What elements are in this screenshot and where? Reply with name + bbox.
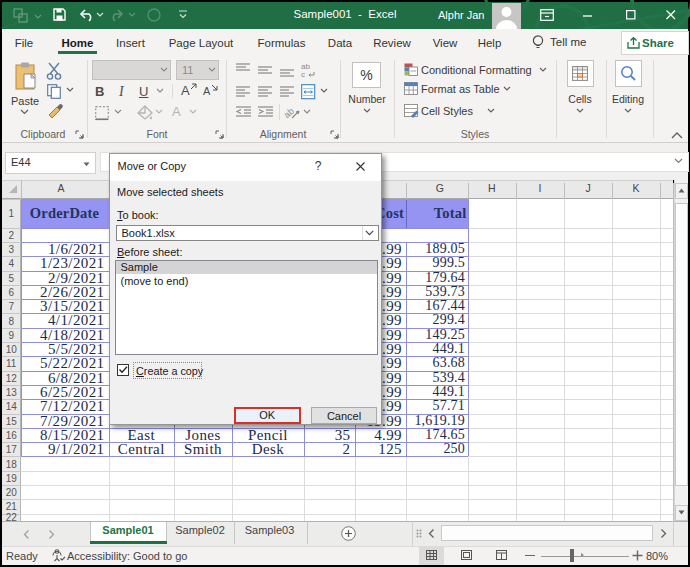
svg-text:c: c: [301, 70, 305, 79]
